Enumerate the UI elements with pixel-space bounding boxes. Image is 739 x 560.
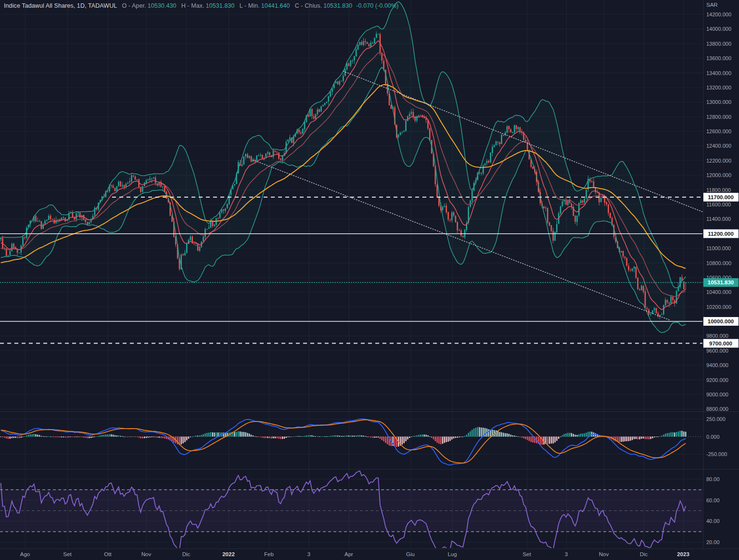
svg-text:8800.000: 8800.000 <box>706 406 728 412</box>
tradingview-chart-window: Indice Tadawul All Shares, 1D, TADAWULO … <box>0 0 739 560</box>
svg-text:Set: Set <box>63 551 72 557</box>
open-value: 10530.430 <box>148 2 177 9</box>
open-label: O - Aper. <box>122 2 146 9</box>
svg-text:-250.000: -250.000 <box>706 451 727 457</box>
close-label: C - Chius. <box>295 2 322 9</box>
svg-text:Giu: Giu <box>406 551 415 557</box>
svg-text:11000.000: 11000.000 <box>706 245 731 251</box>
svg-text:13800.000: 13800.000 <box>706 41 731 47</box>
svg-text:2023: 2023 <box>677 551 689 557</box>
svg-text:11700.000: 11700.000 <box>708 194 734 200</box>
svg-text:11600.000: 11600.000 <box>706 202 731 207</box>
svg-text:13000.000: 13000.000 <box>706 99 731 105</box>
svg-text:11200.000: 11200.000 <box>708 231 734 237</box>
svg-text:60.00: 60.00 <box>706 497 720 503</box>
chart-legend: Indice Tadawul All Shares, 1D, TADAWULO … <box>4 2 399 9</box>
currency-label: SAR <box>706 2 718 8</box>
high-label: H - Max. <box>181 2 204 9</box>
svg-text:14200.000: 14200.000 <box>706 12 731 17</box>
last-price-label: 10531.830 <box>703 278 739 287</box>
svg-text:Feb: Feb <box>264 551 274 557</box>
svg-text:3: 3 <box>565 551 568 557</box>
svg-text:20.00: 20.00 <box>706 539 720 545</box>
svg-text:10531.830: 10531.830 <box>708 280 734 285</box>
price-level-label: 10000.000 <box>703 317 739 326</box>
svg-text:Apr: Apr <box>344 551 353 557</box>
svg-text:9200.000: 9200.000 <box>706 377 728 383</box>
svg-text:10400.000: 10400.000 <box>706 289 731 295</box>
chart-canvas[interactable]: SAR14200.00014000.00013800.00013600.0001… <box>0 0 739 560</box>
svg-text:9400.000: 9400.000 <box>706 362 728 368</box>
svg-text:Nov: Nov <box>599 551 609 557</box>
svg-text:Ott: Ott <box>104 551 112 557</box>
svg-text:Set: Set <box>522 551 531 557</box>
svg-text:13200.000: 13200.000 <box>706 85 731 90</box>
svg-text:11400.000: 11400.000 <box>706 216 731 222</box>
svg-text:3: 3 <box>307 551 310 557</box>
svg-text:9000.000: 9000.000 <box>706 392 728 397</box>
symbol-title[interactable]: Indice Tadawul All Shares, 1D, TADAWUL <box>4 2 117 9</box>
high-value: 10531.830 <box>206 2 235 9</box>
svg-text:0.000: 0.000 <box>706 434 720 440</box>
svg-text:13600.000: 13600.000 <box>706 55 731 61</box>
price-level-label: 11700.000 <box>703 193 739 202</box>
svg-text:80.00: 80.00 <box>706 476 720 482</box>
price-level-label: 9700.000 <box>703 339 739 348</box>
svg-text:12400.000: 12400.000 <box>706 143 731 149</box>
svg-text:Lug: Lug <box>447 551 457 557</box>
svg-text:12800.000: 12800.000 <box>706 114 731 120</box>
svg-text:12600.000: 12600.000 <box>706 128 731 134</box>
svg-text:12000.000: 12000.000 <box>706 172 731 178</box>
svg-text:14000.000: 14000.000 <box>706 26 731 32</box>
svg-text:10200.000: 10200.000 <box>706 304 731 310</box>
svg-text:10800.000: 10800.000 <box>706 260 731 266</box>
low-value: 10441.640 <box>261 2 290 9</box>
svg-text:Dic: Dic <box>182 551 191 557</box>
low-label: L - Min. <box>240 2 260 9</box>
svg-text:9600.000: 9600.000 <box>706 348 728 354</box>
svg-text:Ago: Ago <box>20 551 30 557</box>
svg-text:9800.000: 9800.000 <box>706 333 728 339</box>
svg-text:250.000: 250.000 <box>706 416 726 422</box>
price-level-label: 11200.000 <box>703 229 739 238</box>
svg-text:11800.000: 11800.000 <box>706 187 731 193</box>
svg-text:13400.000: 13400.000 <box>706 70 731 76</box>
svg-text:10000.000: 10000.000 <box>708 318 734 324</box>
svg-text:Dic: Dic <box>640 551 648 557</box>
svg-text:Nov: Nov <box>141 551 152 557</box>
change-value: -0.070 (-0.00%) <box>356 2 398 9</box>
close-value: 10531.830 <box>323 2 352 9</box>
svg-text:9700.000: 9700.000 <box>709 341 732 346</box>
svg-text:40.00: 40.00 <box>706 518 720 524</box>
svg-text:12200.000: 12200.000 <box>706 158 731 164</box>
svg-text:2022: 2022 <box>222 551 235 557</box>
